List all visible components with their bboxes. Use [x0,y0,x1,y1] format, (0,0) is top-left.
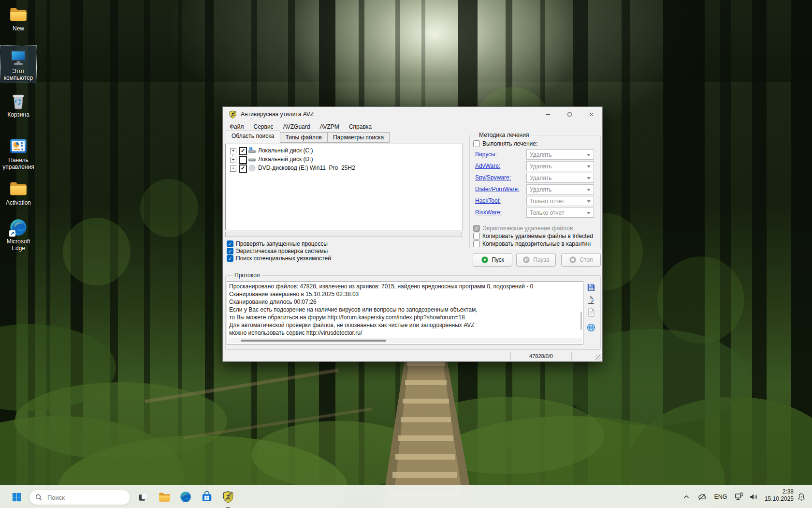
checkbox-unchecked[interactable] [473,233,480,239]
horizontal-scrollbar[interactable] [228,338,582,344]
checkbox-label: Эвристическая проверка системы [236,248,328,254]
taskbar: ENG 2:38 15.10.2025 [0,485,812,508]
tree-item-label: Локальный диск (C:) [258,147,313,154]
pause-button-label: Пауза [533,256,549,263]
link-adware[interactable]: AdvWare: [475,163,500,169]
link-pornware[interactable]: Dialer/PornWare: [475,186,520,193]
search-area-tree[interactable]: + ✓ Локальный диск (C:) + Локальный диск… [225,144,463,230]
scan-progress-bar [225,232,462,237]
close-button[interactable] [580,107,602,121]
network-tray-icon[interactable] [732,487,746,507]
search-icon [35,493,43,501]
avz-taskbar-button[interactable] [218,487,238,507]
menu-avzpm[interactable]: AVZPM [315,122,344,131]
combo-spyware[interactable]: Удалять [526,173,594,183]
link-riskware[interactable]: RiskWare: [475,209,502,216]
store-button[interactable] [197,487,217,507]
tab-strip: Область поиска Типы файлов Параметры пои… [226,132,390,143]
menu-help[interactable]: Справка [344,122,377,131]
checkbox-vulnerability-search[interactable]: ✓ Поиск потенциальных уязвимостей [227,254,331,262]
start-menu-button[interactable] [7,487,26,507]
onedrive-tray-icon[interactable] [695,487,710,507]
tree-checkbox-checked[interactable]: ✓ [239,164,247,173]
chevron-down-icon [587,165,591,168]
checkbox-heuristic-removal[interactable]: ✓ Эвристическое удаление файлов [473,224,573,232]
desktop-icon-this-pc[interactable]: Этот компьютер [0,46,36,83]
tree-item-label: Локальный диск (D:) [258,156,313,163]
vertical-scrollbar[interactable] [580,312,582,330]
store-icon [201,491,213,503]
checkbox-checked[interactable]: ✓ [227,248,233,254]
checkbox-copy-deleted-infected[interactable]: Копировать удаляемые файлы в Infected [473,232,593,239]
notifications-button[interactable] [795,487,808,507]
menu-file[interactable]: Файл [225,122,249,131]
edge-button[interactable] [176,487,195,507]
microscope-button[interactable] [586,295,596,305]
volume-tray-icon[interactable] [746,487,761,507]
desktop-icon-new[interactable]: New [0,5,36,32]
log-line: Если у Вас есть подозрение на наличие ви… [229,306,583,314]
start-button[interactable]: Пуск [473,253,512,267]
taskbar-clock[interactable]: 2:38 15.10.2025 [763,488,794,503]
combo-value: Только отчет [530,209,564,216]
tab-search-area[interactable]: Область поиска [226,131,280,143]
scan-counter: 47828/0/0 [511,353,571,359]
start-button-label: Пуск [492,256,504,263]
checkbox-unchecked[interactable] [473,240,480,247]
checkbox-perform-treatment[interactable]: Выполнять лечение: [473,140,537,147]
stop-button[interactable]: Стоп [561,253,601,267]
tray-overflow-button[interactable] [680,487,693,507]
file-explorer-button[interactable] [155,487,174,507]
expand-icon[interactable]: + [230,157,236,163]
combo-riskware[interactable]: Только отчет [526,208,594,218]
scrollbar-thumb[interactable] [241,340,386,342]
desktop-icon-control-panel[interactable]: Панель управления [0,136,36,170]
maximize-button[interactable] [559,107,580,121]
link-viruses[interactable]: Вирусы: [475,151,497,158]
log-line: Просканировано файлов: 47828, извлечено … [229,283,583,290]
pause-icon [522,256,530,264]
checkbox-heuristic-check[interactable]: ✓ Эвристическая проверка системы [227,247,328,254]
tree-checkbox-unchecked[interactable] [239,156,247,164]
combo-viruses[interactable]: Удалять [526,149,594,160]
combo-hacktool[interactable]: Только отчет [526,196,594,206]
tab-search-params[interactable]: Параметры поиска [327,132,390,143]
menu-service[interactable]: Сервис [249,122,278,131]
titlebar[interactable]: Антивирусная утилита AVZ [223,107,602,121]
desktop-icon-label: Панель управления [0,157,36,170]
expand-icon[interactable]: + [230,148,236,154]
desktop-icon-activation[interactable]: Activation [0,179,36,206]
checkbox-checked[interactable]: ✓ [227,240,233,247]
language-indicator[interactable]: ENG [711,487,730,507]
checkbox-unchecked[interactable] [473,140,480,147]
log-line: Сканирование завершено в 15.10.2025 02:3… [229,290,583,298]
checkbox-scan-processes[interactable]: ✓ Проверять запущенные процессы [227,240,328,247]
combo-pornware[interactable]: Удалять [526,184,594,194]
folder-icon [158,491,171,504]
link-hacktool[interactable]: HackTool: [475,197,501,204]
search-input[interactable] [46,493,121,502]
protocol-group-title: Протокол [232,272,262,279]
link-spyware[interactable]: Spy/Spyware: [475,174,511,181]
document-button[interactable] [586,308,596,317]
tree-checkbox-checked[interactable]: ✓ [239,147,247,155]
minimize-button[interactable] [537,107,559,121]
save-log-button[interactable] [586,283,596,292]
desktop-icon-edge[interactable]: Microsoft Edge [0,218,36,252]
combo-value: Удалять [530,175,552,181]
desktop-icon-recycle-bin[interactable]: Корзина [0,91,36,118]
combo-adware[interactable]: Удалять [526,161,594,171]
checkbox-copy-suspicious-quarantine[interactable]: Копировать подозрительные в карантин [473,240,591,247]
resize-grip[interactable] [595,355,601,360]
this-pc-icon [9,47,28,67]
globe-button[interactable] [586,323,596,332]
protocol-log[interactable]: Просканировано файлов: 47828, извлечено … [227,281,583,344]
checkbox-checked[interactable]: ✓ [227,255,233,262]
expand-icon[interactable]: + [230,165,236,172]
checkbox-label: Копировать удаляемые файлы в Infected [482,233,593,239]
tab-file-types[interactable]: Типы файлов [280,132,328,143]
menu-avzguard[interactable]: AVZGuard [278,122,315,131]
taskbar-search[interactable] [29,490,130,505]
task-view-button[interactable] [133,487,153,507]
pause-button[interactable]: Пауза [516,253,556,267]
